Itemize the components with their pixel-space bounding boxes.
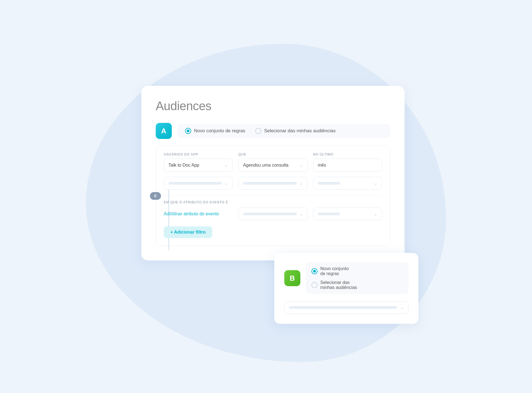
chevron-app: ⌄	[225, 163, 228, 167]
select-box-empty-1[interactable]: ⌄	[164, 177, 233, 190]
attr-section-label: EM QUE O ATRIBUTO DO EVENTO É	[164, 200, 382, 204]
add-attribute-link[interactable]: Adicionar atributo do evento	[164, 211, 233, 216]
radio-new-label-b: Novo conjunto de regras	[320, 266, 349, 276]
chevron-que: ⌄	[300, 163, 303, 167]
radio-circle-select-b	[311, 282, 318, 288]
attr-row: Adicionar atributo do evento ⌄ ⌄	[164, 208, 382, 220]
placeholder-attr-3	[318, 213, 340, 215]
radio-new-label-a: Novo conjunto de regras	[194, 128, 245, 134]
col-que: QUE Agendou uma consulta ⌄	[238, 152, 307, 172]
filter-container: USUÁRIOS DO APP Talk to Doc App ⌄ QUE Ag…	[156, 146, 390, 246]
select-empty-2[interactable]: ⌄	[238, 177, 307, 190]
radio-select-label-a: Selecionar das minhas audiências	[264, 128, 336, 134]
radio-circle-select-a	[255, 128, 261, 134]
chevron-b: ⌄	[400, 305, 404, 310]
select-empty-1[interactable]: ⌄	[164, 177, 233, 190]
filter-row-1: USUÁRIOS DO APP Talk to Doc App ⌄ QUE Ag…	[164, 152, 382, 172]
rule-set-row-b: B Novo conjunto de regras Selecionar das…	[284, 262, 408, 294]
radio-select-audience-b[interactable]: Selecionar das minhas audiências	[311, 280, 357, 290]
placeholder-bar-3	[318, 182, 340, 185]
filter-row-2: ⌄ ⌄ ⌄	[164, 177, 382, 190]
chevron-attr-2: ⌄	[300, 212, 303, 216]
radio-circle-new-a	[185, 128, 191, 134]
chevron-empty-2: ⌄	[300, 181, 303, 185]
select-empty-3[interactable]: ⌄	[313, 177, 382, 190]
select-ultimo[interactable]: mês	[313, 159, 382, 172]
col-label-app: USUÁRIOS DO APP	[164, 152, 233, 156]
select-b-full[interactable]: ⌄	[284, 301, 408, 314]
radio-circle-new-b	[311, 268, 318, 274]
radio-group-b: Novo conjunto de regras Selecionar das m…	[306, 262, 408, 294]
radio-select-label-b: Selecionar das minhas audiências	[320, 280, 357, 290]
card-b: B Novo conjunto de regras Selecionar das…	[274, 253, 418, 324]
chevron-empty-3: ⌄	[374, 181, 377, 185]
rule-set-row-a: A Novo conjunto de regras Selecionar das…	[156, 123, 390, 139]
scene: Audiences A Novo conjunto de regras Sele…	[114, 69, 418, 324]
select-attr-2[interactable]: ⌄	[238, 208, 307, 220]
select-app[interactable]: Talk to Doc App ⌄	[164, 159, 233, 172]
select-box-empty-2[interactable]: ⌄	[238, 177, 307, 190]
attribute-section: EM QUE O ATRIBUTO DO EVENTO É Adicionar …	[164, 195, 382, 220]
filter-section-a: USUÁRIOS DO APP Talk to Doc App ⌄ QUE Ag…	[156, 146, 390, 246]
page-title: Audiences	[156, 99, 390, 113]
select-box-empty-3[interactable]: ⌄	[313, 177, 382, 190]
col-no-ultimo: NO ÚLTIMO mês	[313, 152, 382, 172]
placeholder-attr-2	[243, 213, 296, 215]
col-label-que: QUE	[238, 152, 307, 156]
col-app: USUÁRIOS DO APP Talk to Doc App ⌄	[164, 152, 233, 172]
radio-new-ruleset-b[interactable]: Novo conjunto de regras	[311, 266, 349, 276]
add-filter-button[interactable]: + Adicionar filtro	[164, 226, 212, 238]
select-ultimo-value: mês	[318, 163, 326, 168]
placeholder-b	[289, 306, 397, 309]
radio-group-a: Novo conjunto de regras Selecionar das m…	[177, 124, 390, 138]
select-app-value: Talk to Doc App	[168, 163, 199, 168]
chevron-empty-1: ⌄	[225, 181, 228, 185]
select-que[interactable]: Agendou uma consulta ⌄	[238, 159, 307, 172]
chevron-attr-3: ⌄	[374, 212, 377, 216]
radio-select-audience-a[interactable]: Selecionar das minhas audiências	[255, 128, 336, 134]
placeholder-bar-1	[168, 182, 222, 185]
radio-new-ruleset-a[interactable]: Novo conjunto de regras	[185, 128, 245, 134]
select-attr-3[interactable]: ⌄	[313, 208, 382, 220]
placeholder-bar-2	[243, 182, 296, 185]
badge-a: A	[156, 123, 172, 139]
col-label-ultimo: NO ÚLTIMO	[313, 152, 382, 156]
card-a: Audiences A Novo conjunto de regras Sele…	[141, 86, 405, 260]
badge-b: B	[284, 270, 300, 286]
connector-e-badge: E	[150, 192, 161, 200]
select-que-value: Agendou uma consulta	[243, 163, 288, 168]
